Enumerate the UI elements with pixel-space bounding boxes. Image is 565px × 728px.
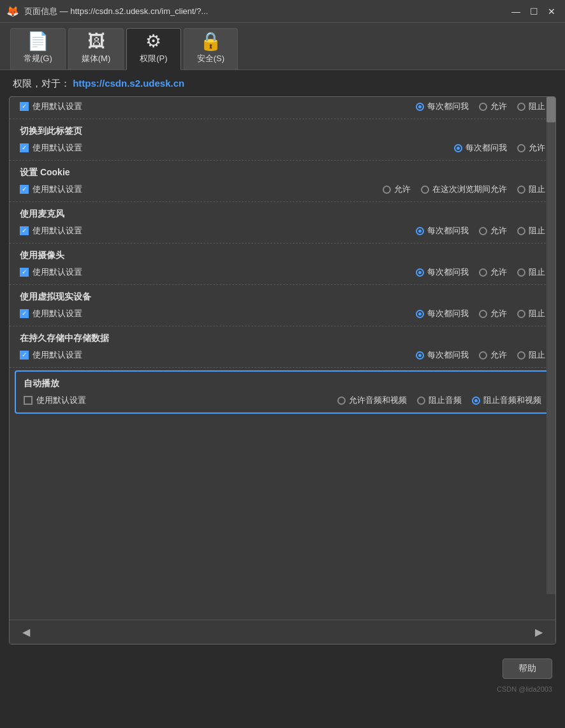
autoplay-radio-allow-av[interactable]: 允许音频和视频 (337, 395, 407, 406)
location-radio-ask-icon[interactable] (416, 103, 424, 111)
footer: 帮助 CSDN @lida2003 (0, 651, 565, 701)
vr-radio-group: 每次都问我 允许 阻止 (109, 308, 545, 319)
section-microphone: 使用麦克风 使用默认设置 每次都问我 允许 (10, 202, 555, 244)
location-radio-ask[interactable]: 每次都问我 (416, 101, 469, 112)
tab-media[interactable]: 🖼 媒体(M) (68, 28, 124, 69)
switch-tab-checkbox-label[interactable]: 使用默认设置 (20, 142, 103, 154)
camera-radio-allow[interactable]: 允许 (479, 266, 507, 278)
microphone-radio-allow[interactable]: 允许 (479, 225, 507, 237)
section-camera: 使用摄像头 使用默认设置 每次都问我 允许 (10, 244, 555, 285)
location-radio-ask-label: 每次都问我 (427, 101, 469, 112)
location-radio-allow-icon[interactable] (479, 103, 487, 111)
microphone-radio-ask[interactable]: 每次都问我 (416, 225, 469, 237)
camera-radio-ask-icon[interactable] (416, 268, 424, 277)
autoplay-checkbox[interactable] (24, 396, 33, 405)
camera-radio-block-label: 阻止 (529, 266, 545, 278)
storage-checkbox-label[interactable]: 使用默认设置 (20, 349, 103, 361)
microphone-checkbox[interactable] (20, 226, 29, 235)
vr-radio-ask[interactable]: 每次都问我 (416, 308, 469, 319)
switch-tab-radio-allow[interactable]: 允许 (517, 142, 545, 154)
vr-radio-ask-icon[interactable] (416, 310, 424, 318)
tab-security-label: 安全(S) (197, 53, 224, 64)
scroll-right-button[interactable]: ▶ (529, 623, 549, 641)
autoplay-radio-block-audio[interactable]: 阻止音频 (417, 395, 462, 406)
autoplay-radio-block-av-icon[interactable] (472, 397, 480, 405)
switch-tab-radio-allow-icon[interactable] (517, 144, 525, 152)
cookies-checkbox-text: 使用默认设置 (33, 184, 82, 195)
camera-radio-ask-label: 每次都问我 (427, 266, 469, 278)
microphone-radio-block-label: 阻止 (529, 225, 545, 237)
cookies-title: 设置 Cookie (20, 167, 545, 178)
cookies-radio-allow[interactable]: 允许 (383, 184, 411, 195)
camera-radio-allow-icon[interactable] (479, 268, 487, 277)
vr-checkbox-label[interactable]: 使用默认设置 (20, 308, 103, 319)
camera-checkbox[interactable] (20, 268, 29, 277)
autoplay-radio-allow-av-icon[interactable] (337, 397, 346, 405)
storage-radio-ask[interactable]: 每次都问我 (416, 349, 469, 361)
vr-radio-block-label: 阻止 (529, 308, 545, 319)
storage-checkbox[interactable] (20, 351, 29, 360)
maximize-button[interactable]: ☐ (527, 4, 541, 18)
cookies-radio-block[interactable]: 阻止 (517, 184, 545, 195)
autoplay-radio-block-av[interactable]: 阻止音频和视频 (472, 395, 541, 406)
watermark: CSDN @lida2003 (497, 685, 552, 693)
storage-radio-block[interactable]: 阻止 (517, 349, 545, 361)
page-header: 权限，对于： https://csdn.s2.udesk.cn (0, 70, 565, 96)
microphone-radio-block-icon[interactable] (517, 227, 525, 235)
camera-radio-ask[interactable]: 每次都问我 (416, 266, 469, 278)
location-checkbox[interactable] (20, 102, 29, 111)
vr-radio-block-icon[interactable] (517, 310, 525, 318)
tab-general[interactable]: 📄 常规(G) (10, 28, 66, 69)
help-button[interactable]: 帮助 (503, 659, 552, 679)
minimize-button[interactable]: — (509, 4, 523, 18)
cookies-radio-session[interactable]: 在这次浏览期间允许 (421, 184, 507, 195)
location-radio-allow[interactable]: 允许 (479, 101, 507, 112)
microphone-radio-allow-icon[interactable] (479, 227, 487, 235)
autoplay-row: 使用默认设置 允许音频和视频 阻止音频 阻止音频和视频 (24, 395, 541, 406)
cookies-radio-block-icon[interactable] (517, 186, 525, 194)
vr-row: 使用默认设置 每次都问我 允许 阻止 (20, 308, 545, 319)
camera-radio-block[interactable]: 阻止 (517, 266, 545, 278)
autoplay-radio-block-audio-icon[interactable] (417, 397, 425, 405)
location-radio-block-label: 阻止 (529, 101, 545, 112)
location-checkbox-label[interactable]: 使用默认设置 (20, 101, 103, 112)
switch-tab-radio-ask[interactable]: 每次都问我 (454, 142, 507, 154)
microphone-radio-block[interactable]: 阻止 (517, 225, 545, 237)
camera-radio-block-icon[interactable] (517, 268, 525, 277)
storage-radio-allow[interactable]: 允许 (479, 349, 507, 361)
close-button[interactable]: ✕ (545, 4, 559, 18)
tab-permissions[interactable]: ⚙ 权限(P) (126, 28, 180, 70)
vr-checkbox[interactable] (20, 309, 29, 318)
vr-radio-allow-icon[interactable] (479, 310, 487, 318)
cookies-checkbox[interactable] (20, 185, 29, 194)
storage-radio-block-label: 阻止 (529, 349, 545, 361)
storage-radio-block-icon[interactable] (517, 351, 525, 360)
security-icon: 🔒 (200, 33, 222, 50)
tab-security[interactable]: 🔒 安全(S) (184, 28, 238, 69)
switch-tab-radio-ask-icon[interactable] (454, 144, 462, 152)
cookies-checkbox-label[interactable]: 使用默认设置 (20, 184, 103, 195)
camera-checkbox-text: 使用默认设置 (33, 266, 82, 278)
scrollbar-thumb[interactable] (547, 97, 555, 122)
cookies-radio-allow-icon[interactable] (383, 186, 391, 194)
scroll-left-button[interactable]: ◀ (16, 623, 36, 641)
microphone-radio-ask-icon[interactable] (416, 227, 424, 235)
location-checkbox-text: 使用默认设置 (33, 101, 82, 112)
vr-radio-allow[interactable]: 允许 (479, 308, 507, 319)
storage-radio-ask-icon[interactable] (416, 351, 424, 360)
location-radio-block[interactable]: 阻止 (517, 101, 545, 112)
storage-radio-allow-label: 允许 (490, 349, 507, 361)
cookies-radio-session-icon[interactable] (421, 186, 429, 194)
camera-checkbox-label[interactable]: 使用默认设置 (20, 266, 103, 278)
cookies-radio-allow-label: 允许 (394, 184, 411, 195)
microphone-checkbox-label[interactable]: 使用默认设置 (20, 225, 103, 237)
storage-radio-allow-icon[interactable] (479, 351, 487, 360)
camera-title: 使用摄像头 (20, 250, 545, 261)
vr-radio-block[interactable]: 阻止 (517, 308, 545, 319)
autoplay-checkbox-label[interactable]: 使用默认设置 (24, 395, 106, 406)
window-title: 页面信息 — https://csdn.s2.udesk.cn/im_clien… (24, 6, 504, 17)
scrollbar-track[interactable] (547, 97, 555, 594)
switch-tab-checkbox[interactable] (20, 143, 29, 152)
section-cookies: 设置 Cookie 使用默认设置 允许 在这次浏览期间允许 (10, 161, 555, 202)
location-radio-block-icon[interactable] (517, 103, 525, 111)
